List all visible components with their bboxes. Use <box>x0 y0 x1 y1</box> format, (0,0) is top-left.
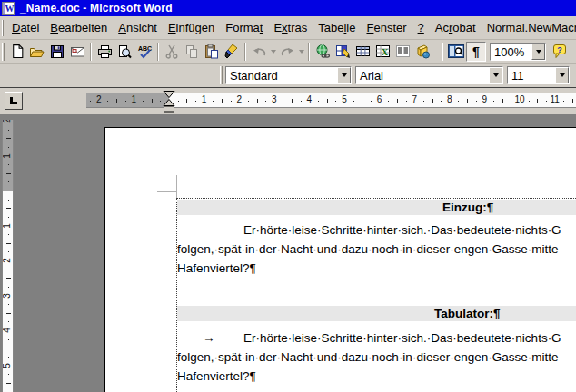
print-preview-button[interactable] <box>114 42 134 62</box>
text-line[interactable]: Hafenviertel?¶ <box>177 259 576 278</box>
toolbar-separator <box>442 43 443 61</box>
standard-toolbar: ABC X ¶ 100% ? <box>0 40 576 64</box>
tab-stop-selector-button[interactable] <box>5 92 23 110</box>
heading-tabulator[interactable]: Tabulator:¶ <box>177 306 576 321</box>
save-icon <box>50 44 65 59</box>
font-size-combobox[interactable]: 11 <box>507 66 570 84</box>
text-line[interactable]: Er·hörte·leise·Schritte·hinter·sich.·Das… <box>177 220 576 240</box>
spelling-button[interactable]: ABC <box>134 42 154 62</box>
font-combobox[interactable]: Arial <box>355 66 503 84</box>
document-map-icon <box>448 44 464 58</box>
new-document-button[interactable] <box>7 42 27 62</box>
style-combobox[interactable]: Standard <box>225 66 352 84</box>
undo-group <box>249 42 277 62</box>
format-painter-brush-icon <box>224 44 239 59</box>
paste-clipboard-icon <box>204 44 219 59</box>
insert-table-button[interactable] <box>353 42 372 62</box>
zoom-combobox[interactable]: 100% <box>490 43 546 61</box>
document-page[interactable]: Einzug:¶ Er·hörte·leise·Schritte·hinter·… <box>104 127 576 392</box>
menu-acrobat[interactable]: Acrobat <box>430 21 482 34</box>
copy-icon <box>184 44 199 59</box>
ruler-zone: 211234567891011 <box>0 87 576 114</box>
drawing-button[interactable] <box>412 42 432 62</box>
menubar-drag-handle[interactable] <box>2 20 4 36</box>
zoom-value: 100% <box>491 44 531 60</box>
insert-hyperlink-button[interactable] <box>313 42 333 62</box>
format-painter-button[interactable] <box>222 42 242 62</box>
font-size-dropdown-button[interactable] <box>555 67 569 83</box>
tables-borders-pencil-icon <box>335 44 351 59</box>
window-title: _Name.doc - Microsoft Word <box>20 2 173 15</box>
hanging-indent-marker[interactable] <box>164 100 174 106</box>
paste-button[interactable] <box>202 42 222 62</box>
undo-arrow-icon <box>252 45 267 58</box>
undo-dropdown-arrow <box>269 42 277 62</box>
heading-einzug[interactable]: Einzug:¶ <box>177 200 576 215</box>
menu-ansicht[interactable]: Ansicht <box>113 21 163 34</box>
document-map-button[interactable] <box>446 42 466 62</box>
menu-bar: Datei Bearbeiten Ansicht Einfügen Format… <box>0 16 576 40</box>
insert-excel-worksheet-button[interactable]: X <box>372 42 392 62</box>
help-button[interactable]: ? <box>550 42 570 62</box>
font-value: Arial <box>356 67 489 83</box>
toolbar-separator <box>244 43 246 61</box>
menu-extras[interactable]: Extras <box>268 21 313 34</box>
menu-macro[interactable]: Normal.NewMacros.auf5 <box>482 21 576 34</box>
columns-icon <box>395 44 411 58</box>
style-dropdown-button[interactable] <box>337 67 351 83</box>
indent-markers[interactable] <box>163 91 175 113</box>
print-preview-icon <box>117 44 132 59</box>
print-button[interactable] <box>94 42 114 62</box>
menu-datei[interactable]: Datei <box>6 21 45 34</box>
envelope-icon <box>70 45 85 58</box>
zoom-dropdown-button[interactable] <box>531 44 545 60</box>
help-bubble-icon: ? <box>552 44 567 59</box>
left-indent-marker[interactable] <box>164 106 174 112</box>
margin-crop-mark <box>176 175 177 198</box>
font-dropdown-button[interactable] <box>489 67 502 83</box>
menu-tabelle[interactable]: Tabelle <box>313 21 361 34</box>
columns-button[interactable] <box>392 42 412 62</box>
toolbar-drag-handle[interactable] <box>2 43 5 61</box>
left-tab-icon <box>10 97 17 104</box>
margin-crop-mark <box>157 191 176 192</box>
drawing-icon <box>415 44 431 59</box>
show-paragraph-marks-button[interactable]: ¶ <box>466 42 486 62</box>
menu-fenster[interactable]: Fenster <box>361 21 412 34</box>
vertical-ruler[interactable]: 2112345 <box>2 120 14 392</box>
text-line[interactable]: folgen,·spät·in·der·Nacht·und·dazu·noch·… <box>177 348 576 367</box>
toolbar-drag-handle[interactable] <box>220 66 223 84</box>
style-value: Standard <box>226 67 337 83</box>
menu-einfuegen[interactable]: Einfügen <box>163 21 220 34</box>
toolbar-separator <box>157 43 159 61</box>
pilcrow-icon: ¶ <box>472 44 480 59</box>
open-button[interactable] <box>27 42 47 62</box>
word-app-icon[interactable]: W <box>2 2 16 15</box>
text-line[interactable]: Hafenviertel?¶ <box>177 367 576 386</box>
svg-text:W: W <box>5 4 15 14</box>
tab-character-mark: → <box>203 328 215 348</box>
text-line[interactable]: Er·hörte·leise·Schritte·hinter·sich.·Das… <box>177 328 576 348</box>
redo-group <box>277 42 305 62</box>
scissors-icon <box>164 44 179 59</box>
spelling-abc-icon: ABC <box>137 44 153 59</box>
save-button[interactable] <box>47 42 67 62</box>
title-bar[interactable]: W _Name.doc - Microsoft Word <box>0 0 576 16</box>
insert-table-icon <box>355 44 371 58</box>
new-document-icon <box>10 44 25 59</box>
menu-bearbeiten[interactable]: Bearbeiten <box>45 21 113 34</box>
svg-text:X: X <box>382 47 389 57</box>
horizontal-ruler[interactable]: 211234567891011 <box>86 93 576 108</box>
text-boundary-top <box>176 198 576 199</box>
text-line[interactable]: folgen,·spät·in·der·Nacht·und·dazu·noch·… <box>177 240 576 259</box>
menu-hilfe[interactable]: ? <box>412 21 430 34</box>
printer-icon <box>97 44 113 59</box>
paragraph-tabulator[interactable]: → Er·hörte·leise·Schritte·hinter·sich.·D… <box>177 328 576 386</box>
tables-and-borders-button[interactable] <box>333 42 353 62</box>
paragraph-einzug[interactable]: Er·hörte·leise·Schritte·hinter·sich.·Das… <box>177 220 576 278</box>
email-button[interactable] <box>67 42 87 62</box>
toolbar-separator <box>90 43 92 61</box>
menu-format[interactable]: Format <box>220 21 268 34</box>
first-line-indent-marker[interactable] <box>164 92 174 98</box>
hyperlink-globe-icon <box>315 44 331 59</box>
